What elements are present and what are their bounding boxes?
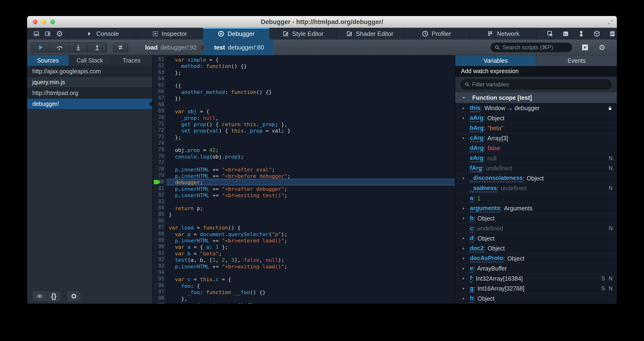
code-text[interactable]: bar: function _bar() {},	[166, 302, 455, 304]
variable-row-fArg[interactable]: fArg:undefinedN	[455, 164, 617, 174]
line-number[interactable]: 84	[153, 205, 166, 211]
code-text[interactable]: }	[166, 211, 455, 218]
twisty-right-icon[interactable]	[462, 256, 470, 260]
zoom-window-button[interactable]	[50, 20, 55, 24]
filter-variables-input[interactable]	[472, 81, 608, 88]
twisty-right-icon[interactable]	[462, 206, 470, 210]
twisty-right-icon[interactable]	[462, 136, 470, 140]
code-text[interactable]: },	[166, 295, 455, 302]
code-text[interactable]: })	[166, 95, 455, 101]
twisty-right-icon[interactable]	[462, 296, 466, 301]
variable-row-this[interactable]: this:Window → debugger	[455, 103, 617, 114]
line-number[interactable]: 95	[153, 276, 166, 282]
code-line-88[interactable]: 88 var p = document.querySelector("p");	[153, 231, 455, 237]
line-number[interactable]: 64	[153, 76, 166, 82]
line-number[interactable]: 82	[153, 192, 166, 198]
breadcrumb-frame[interactable]: loaddebugger/:92	[143, 44, 199, 51]
code-line-80[interactable]: 80 debugger;	[153, 179, 455, 185]
code-line-74[interactable]: 74	[153, 140, 455, 146]
code-text[interactable]	[166, 160, 455, 166]
line-number[interactable]: 92	[153, 256, 166, 263]
titlebar[interactable]: Debugger - http://htmlpad.org/debugger/	[27, 16, 617, 28]
code-text[interactable]	[166, 76, 455, 82]
variable-row-doc2[interactable]: doc2:Object	[455, 244, 617, 254]
step-out-button[interactable]	[88, 43, 107, 52]
toggle-black-boxing-button[interactable]	[113, 43, 128, 52]
line-number[interactable]: 89	[153, 237, 166, 243]
pick-element-button[interactable]	[546, 30, 554, 37]
twisty-right-icon[interactable]	[462, 236, 466, 240]
tab-network[interactable]: Network	[470, 28, 537, 40]
line-number[interactable]: 91	[153, 250, 166, 256]
twisty-right-icon[interactable]	[462, 216, 466, 220]
pretty-print-button[interactable]: {}	[47, 291, 61, 302]
code-text[interactable]: };	[166, 69, 455, 76]
code-line-65[interactable]: 65 ({	[153, 82, 455, 88]
code-line-66[interactable]: 66 another_method: function() {}	[153, 88, 455, 95]
code-line-75[interactable]: 75 obj.prop = 42;	[153, 146, 455, 153]
eraser-button[interactable]	[578, 30, 585, 37]
twisty-right-icon[interactable]	[462, 246, 470, 251]
tab-shader-editor[interactable]: Shader Editor	[336, 28, 403, 40]
code-text[interactable]: var c = this.c = {	[166, 276, 455, 282]
twisty-right-icon[interactable]	[462, 266, 466, 271]
breadcrumb-frame-active[interactable]: testdebugger/:80	[202, 40, 274, 55]
line-number[interactable]: 90	[153, 243, 166, 250]
code-line-96[interactable]: 96 foo: {	[153, 282, 455, 289]
code-line-73[interactable]: 73 };	[153, 134, 455, 140]
code-line-63[interactable]: 63 };	[153, 69, 455, 76]
line-number[interactable]: 77	[153, 160, 166, 166]
dock-side-button[interactable]	[44, 31, 51, 37]
line-number[interactable]: 81	[153, 185, 166, 192]
twisty-right-icon[interactable]	[462, 216, 470, 220]
code-text[interactable]: p.innerHTML += "<br>after eval";	[166, 166, 455, 172]
code-line-79[interactable]: 79 p.innerHTML += "<br>before debugger";	[153, 172, 455, 179]
code-line-62[interactable]: 62 method: function() {}	[153, 62, 455, 69]
code-line-72[interactable]: 72 set prop(val) { this._prop = val; }	[153, 127, 455, 134]
line-number[interactable]: 79	[153, 172, 166, 179]
variable-row-e[interactable]: e:ArrayBuffer	[455, 264, 617, 274]
code-text[interactable]: test(a, b, [1, 2, 3], false, null);	[166, 256, 455, 263]
twisty-right-icon[interactable]	[462, 256, 466, 260]
code-line-97[interactable]: 97 _foo: function __foo() {}	[153, 289, 455, 295]
code-line-84[interactable]: 84 return p;	[153, 205, 455, 211]
code-line-90[interactable]: 90 var a = { a: 1 };	[153, 243, 455, 250]
code-text[interactable]: debugger;	[166, 179, 455, 185]
tab-debugger[interactable]: Debugger	[203, 28, 270, 40]
code-text[interactable]: var p = document.querySelector("p");	[166, 231, 455, 237]
code-text[interactable]: var b = "beta";	[166, 250, 455, 256]
code-line-82[interactable]: 82 p.innerHTML += "<br>exiting test()";	[153, 192, 455, 198]
code-line-95[interactable]: 95 var c = this.c = {	[153, 276, 455, 282]
code-line-77[interactable]: 77	[153, 160, 455, 166]
code-line-69[interactable]: 69 var obj = {	[153, 108, 455, 114]
twisty-right-icon[interactable]	[462, 176, 466, 180]
sources-tab-sources[interactable]: Sources	[27, 55, 69, 66]
code-text[interactable]	[166, 102, 455, 108]
line-number[interactable]: 72	[153, 127, 166, 134]
variable-row-bArg[interactable]: bArg:"beta"	[455, 123, 617, 134]
search-input[interactable]	[502, 44, 568, 51]
line-number[interactable]: 71	[153, 121, 166, 127]
tab-style-editor[interactable]: Style Editor	[270, 28, 336, 40]
source-item-jquery-min-js[interactable]: jquery.min.js	[27, 77, 152, 88]
scope-header[interactable]: Function scope [test]	[455, 92, 617, 103]
code-line-87[interactable]: 87var load = function() {	[153, 224, 455, 230]
line-number[interactable]: 70	[153, 114, 166, 121]
code-editor[interactable]: 61 var simple = {62 method: function() {…	[153, 55, 455, 304]
variable-row-h[interactable]: h:Object	[455, 294, 617, 304]
code-line-67[interactable]: 67 })	[153, 95, 455, 101]
step-in-button[interactable]	[69, 43, 88, 52]
resume-button[interactable]	[31, 43, 50, 52]
line-number[interactable]: 76	[153, 153, 166, 160]
variable-row-c[interactable]: c:undefinedN	[455, 224, 617, 234]
line-number[interactable]: 66	[153, 88, 166, 95]
gear-button[interactable]: ⚙	[56, 30, 63, 37]
line-number[interactable]: 67	[153, 95, 166, 101]
line-number[interactable]: 86	[153, 218, 166, 224]
line-number[interactable]: 87	[153, 224, 166, 230]
variable-row-_sadness[interactable]: _sadness:undefinedN	[455, 184, 617, 194]
twisty-right-icon[interactable]	[462, 246, 466, 251]
code-text[interactable]: var a = { a: 1 };	[166, 243, 455, 250]
twisty-right-icon[interactable]	[462, 116, 466, 120]
source-group-http-htmlpad-org[interactable]: http://htmlpad.org	[27, 88, 152, 98]
